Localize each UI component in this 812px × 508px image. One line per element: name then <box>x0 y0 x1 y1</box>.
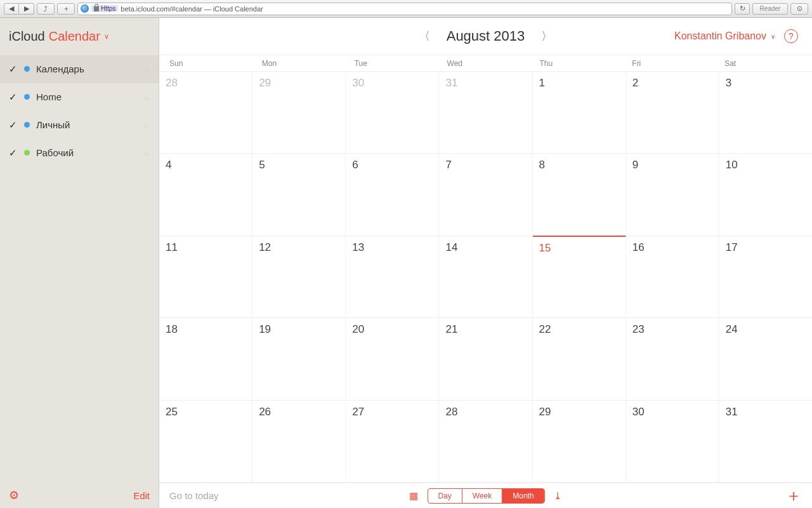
day-cell[interactable]: 13 <box>346 236 439 318</box>
day-cell[interactable]: 30 <box>626 401 719 482</box>
week-row: 45678910 <box>159 154 812 236</box>
day-number: 20 <box>352 323 364 335</box>
week-row: 11121314151617 <box>159 236 812 318</box>
share-icon[interactable]: ⟒ <box>142 91 153 102</box>
go-to-today-button[interactable]: Go to today <box>169 490 219 501</box>
download-icon[interactable]: ⤓ <box>554 490 562 502</box>
day-number: 3 <box>726 77 731 89</box>
share-button[interactable]: ⤴ <box>37 3 55 15</box>
day-number: 29 <box>539 406 551 418</box>
lock-icon <box>94 6 99 11</box>
day-cell[interactable]: 5 <box>252 154 346 235</box>
day-cell[interactable]: 24 <box>719 318 812 399</box>
day-cell[interactable]: 25 <box>159 401 252 482</box>
day-cell[interactable]: 27 <box>346 401 439 482</box>
day-cell[interactable]: 16 <box>626 236 719 318</box>
reload-button[interactable]: ↻ <box>735 3 750 15</box>
day-cell[interactable]: 31 <box>439 72 532 153</box>
color-dot-icon <box>24 122 30 128</box>
day-number: 28 <box>166 77 178 89</box>
day-cell[interactable]: 29 <box>533 401 626 482</box>
view-day-button[interactable]: Day <box>428 489 462 503</box>
day-cell[interactable]: 29 <box>252 72 346 153</box>
day-cell[interactable]: 15 <box>533 236 626 318</box>
day-cell[interactable]: 19 <box>252 318 346 399</box>
day-cell[interactable]: 23 <box>626 318 719 399</box>
day-number: 30 <box>632 406 645 418</box>
calendars-icon[interactable]: ▦ <box>409 490 418 502</box>
day-cell[interactable]: 12 <box>252 236 346 318</box>
weekday-label: Wed <box>442 55 535 71</box>
day-cell[interactable]: 1 <box>533 72 626 153</box>
day-cell[interactable]: 28 <box>439 401 532 482</box>
week-row: 25262728293031 <box>159 401 812 483</box>
downloads-button[interactable]: ⊙ <box>790 3 808 15</box>
url-text: beta.icloud.com/#calendar — iCloud Calen… <box>121 5 263 13</box>
day-cell[interactable]: 20 <box>346 318 439 399</box>
view-week-button[interactable]: Week <box>462 489 502 503</box>
day-cell[interactable]: 14 <box>439 236 532 318</box>
edit-button[interactable]: Edit <box>133 490 150 501</box>
calendar-item[interactable]: ✓Рабочий⟒ <box>0 139 159 167</box>
day-cell[interactable]: 3 <box>719 72 812 153</box>
add-event-button[interactable]: ＋ <box>785 485 802 507</box>
day-cell[interactable]: 11 <box>159 236 252 318</box>
calendar-item[interactable]: ✓Личный⟒ <box>0 111 159 139</box>
reader-button[interactable]: Reader <box>752 3 788 15</box>
user-menu[interactable]: Konstantin Gribanov∨ <box>674 30 775 42</box>
day-number: 19 <box>259 323 271 335</box>
day-cell[interactable]: 9 <box>626 154 719 235</box>
help-button[interactable]: ? <box>784 29 798 43</box>
day-number: 14 <box>445 241 457 253</box>
check-icon: ✓ <box>9 147 18 159</box>
day-cell[interactable]: 31 <box>719 401 812 482</box>
day-cell[interactable]: 21 <box>439 318 532 399</box>
forward-button[interactable]: ▶ <box>19 3 34 15</box>
chevron-down-icon: ∨ <box>771 33 775 40</box>
day-cell[interactable]: 18 <box>159 318 252 399</box>
day-cell[interactable]: 17 <box>719 236 812 318</box>
day-number: 29 <box>259 77 271 89</box>
day-number: 4 <box>166 159 171 171</box>
day-number: 11 <box>166 241 178 253</box>
day-number: 31 <box>445 77 457 89</box>
calendar-label: Рабочий <box>36 147 138 158</box>
day-number: 8 <box>539 159 545 171</box>
day-cell[interactable]: 10 <box>719 154 812 235</box>
day-number: 21 <box>445 323 457 335</box>
day-number: 6 <box>352 159 358 171</box>
day-cell[interactable]: 7 <box>439 154 532 235</box>
day-number: 30 <box>352 77 364 89</box>
url-bar[interactable]: Https beta.icloud.com/#calendar — iCloud… <box>77 3 732 15</box>
day-cell[interactable]: 8 <box>533 154 626 235</box>
calendar-grid: 2829303112345678910111213141516171819202… <box>159 71 812 483</box>
app-title-calendar[interactable]: Calendar <box>49 29 100 44</box>
day-number: 23 <box>632 323 645 335</box>
day-cell[interactable]: 26 <box>252 401 346 482</box>
next-month-button[interactable]: 〉 <box>537 25 556 48</box>
day-number: 24 <box>726 323 738 335</box>
globe-icon <box>81 4 89 13</box>
share-icon[interactable]: ⟒ <box>142 147 153 158</box>
chevron-down-icon[interactable]: ∨ <box>104 32 109 41</box>
add-button[interactable]: ＋ <box>57 3 75 15</box>
day-cell[interactable]: 28 <box>159 72 252 153</box>
calendar-item[interactable]: ✓Home⟒ <box>0 83 159 111</box>
calendar-label: Личный <box>36 119 138 130</box>
calendar-item[interactable]: ✓Календарь⟒ <box>0 55 159 83</box>
bottom-bar: Go to today ▦ Day Week Month ⤓ ＋ <box>159 483 812 508</box>
day-cell[interactable]: 22 <box>533 318 626 399</box>
day-cell[interactable]: 2 <box>626 72 719 153</box>
day-number: 12 <box>259 241 271 253</box>
calendar-label: Home <box>36 91 138 102</box>
back-button[interactable]: ◀ <box>4 3 19 15</box>
view-month-button[interactable]: Month <box>502 489 544 503</box>
weekday-label: Fri <box>627 55 719 71</box>
day-cell[interactable]: 6 <box>346 154 439 235</box>
share-icon[interactable]: ⟒ <box>142 119 153 130</box>
share-icon[interactable]: ⟒ <box>142 64 153 74</box>
day-cell[interactable]: 4 <box>159 154 252 235</box>
prev-month-button[interactable]: 〈 <box>415 25 434 48</box>
day-cell[interactable]: 30 <box>346 72 439 153</box>
gear-icon[interactable]: ⚙ <box>9 488 19 502</box>
